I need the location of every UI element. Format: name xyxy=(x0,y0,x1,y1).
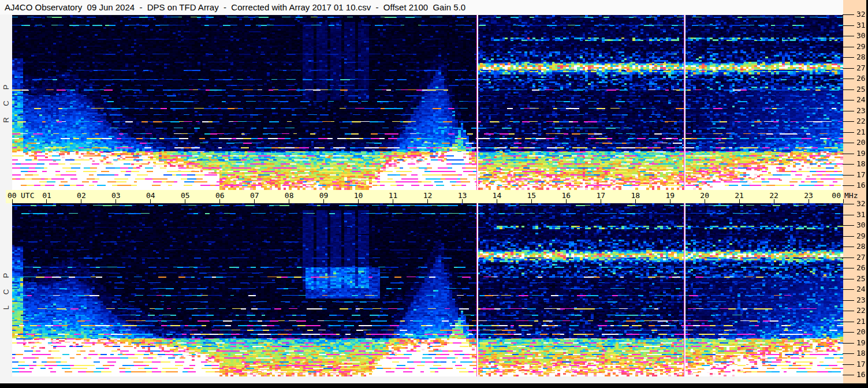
freq-tick xyxy=(843,247,854,247)
lcp-panel-label: L C P xyxy=(0,203,12,376)
hour-tick xyxy=(531,199,532,203)
freq-label: 24 xyxy=(856,96,866,104)
freq-tick xyxy=(843,57,854,58)
freq-label: 24 xyxy=(856,285,866,293)
hour-label: 01 xyxy=(42,192,51,200)
hour-label: 09 xyxy=(319,192,329,200)
utc-unit-label: UTC xyxy=(21,192,34,200)
freq-label: 31 xyxy=(856,21,866,29)
hour-label: 00 xyxy=(8,192,17,200)
freq-tick xyxy=(843,68,854,69)
hour-tick xyxy=(739,199,740,203)
rss-window: AJ4CO Observatory 09 Jun 2024 - DPS on T… xyxy=(0,0,868,388)
freq-label: 30 xyxy=(856,221,866,229)
hour-tick xyxy=(427,199,428,203)
hour-label: 23 xyxy=(804,192,813,200)
freq-label: 20 xyxy=(856,139,866,147)
freq-tick xyxy=(843,36,854,36)
freq-label: 29 xyxy=(856,43,866,51)
freq-tick xyxy=(843,343,854,344)
freq-label: 23 xyxy=(856,296,866,304)
freq-label: 28 xyxy=(856,242,866,251)
hour-label: 16 xyxy=(562,192,571,200)
hour-tick xyxy=(774,199,774,203)
freq-label: 26 xyxy=(856,264,866,272)
freq-tick xyxy=(843,279,854,279)
freq-tick xyxy=(843,353,854,354)
freq-label: 23 xyxy=(856,107,866,115)
hour-tick xyxy=(670,199,670,203)
freq-tick xyxy=(843,89,854,90)
hour-label: 14 xyxy=(493,192,502,200)
freq-tick xyxy=(843,14,854,15)
hour-tick xyxy=(12,199,13,203)
freq-label: 18 xyxy=(856,160,866,168)
freq-tick xyxy=(843,175,854,176)
hour-tick xyxy=(705,199,705,203)
freq-label: 28 xyxy=(856,53,866,61)
freq-tick xyxy=(843,225,854,226)
freq-label: 21 xyxy=(856,128,866,136)
freq-tick xyxy=(843,100,854,100)
freq-label: 21 xyxy=(856,318,866,326)
rcp-panel-label: R C P xyxy=(0,15,12,190)
hour-tick xyxy=(809,199,809,203)
hour-tick xyxy=(81,199,81,203)
hour-label: 10 xyxy=(354,192,363,200)
hour-tick xyxy=(497,199,497,203)
freq-label: 26 xyxy=(856,74,866,83)
lcp-panel-label-text: L C P xyxy=(2,270,10,309)
rcp-panel-label-text: R C P xyxy=(2,83,10,123)
freq-tick xyxy=(843,375,854,375)
hour-tick xyxy=(46,199,47,203)
hour-label: 12 xyxy=(423,192,433,200)
freq-tick xyxy=(843,300,854,301)
freq-tick xyxy=(843,25,854,26)
freq-tick xyxy=(843,322,854,322)
hour-label: 06 xyxy=(215,192,225,200)
freq-label: 32 xyxy=(856,200,866,208)
freq-tick xyxy=(843,268,854,268)
freq-label: 25 xyxy=(856,275,866,283)
freq-label: 18 xyxy=(856,349,866,357)
freq-label: 25 xyxy=(856,85,866,94)
hour-tick xyxy=(843,199,844,203)
hour-label: 03 xyxy=(111,192,121,200)
freq-label: 32 xyxy=(856,10,866,18)
hour-tick xyxy=(219,199,220,203)
freq-tick xyxy=(843,258,854,258)
freq-tick xyxy=(843,47,854,47)
freq-tick xyxy=(843,143,854,143)
hour-tick xyxy=(254,199,255,203)
hour-label: 02 xyxy=(77,192,86,200)
hour-label: 19 xyxy=(665,192,675,200)
hour-label: 17 xyxy=(596,192,605,200)
freq-label: 22 xyxy=(856,307,866,315)
freq-label: 16 xyxy=(856,181,866,189)
lcp-spectrogram xyxy=(12,203,843,376)
freq-tick xyxy=(843,111,854,111)
hour-tick xyxy=(289,199,289,203)
freq-label: 17 xyxy=(856,360,866,368)
hour-label: 05 xyxy=(181,192,190,200)
freq-tick xyxy=(843,332,854,333)
bottom-border xyxy=(0,383,868,388)
freq-tick xyxy=(843,154,854,154)
hour-label: 00 xyxy=(832,192,841,200)
freq-tick xyxy=(843,204,854,204)
hour-label: 22 xyxy=(769,192,778,200)
freq-label: 20 xyxy=(856,328,866,336)
title-bar: AJ4CO Observatory 09 Jun 2024 - DPS on T… xyxy=(0,0,843,14)
freq-label: 29 xyxy=(856,232,866,240)
freq-tick xyxy=(843,236,854,237)
freq-tick xyxy=(843,215,854,215)
hour-tick xyxy=(635,199,636,203)
freq-label: 22 xyxy=(856,117,866,125)
freq-tick xyxy=(843,364,854,365)
hour-label: 20 xyxy=(700,192,709,200)
hour-tick xyxy=(150,199,151,203)
hour-label: 04 xyxy=(146,192,155,200)
hour-label: 21 xyxy=(735,192,744,200)
freq-label: 27 xyxy=(856,253,866,262)
hour-tick xyxy=(323,199,324,203)
